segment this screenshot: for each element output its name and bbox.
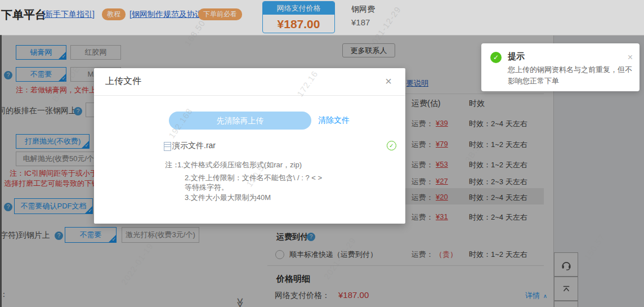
fee-value[interactable]: ¥20 xyxy=(436,193,448,201)
help-question-icon[interactable]: ? xyxy=(307,233,315,241)
help-question-icon[interactable]: ? xyxy=(4,203,12,211)
order-platform-page: 下单平台 [新手下单指引] 教程 [钢网制作规范及协议] 下单前必看 网络支付价… xyxy=(0,0,644,307)
stencil-type-solder-paste-button[interactable]: 锡膏网 ✓ xyxy=(16,45,66,60)
chevron-up-icon: ∧ xyxy=(543,293,547,299)
freight-notice-link[interactable]: 要说明 xyxy=(406,78,428,88)
detail-toggle-link[interactable]: 详情 ∧ xyxy=(525,291,547,301)
more-contacts-label: 更多联系人 xyxy=(351,46,387,55)
stencil-fee-value: ¥187 xyxy=(351,17,370,27)
column-header-time: 时效 xyxy=(469,99,485,109)
divider xyxy=(267,265,544,266)
watermark: 150.57 xyxy=(582,232,607,261)
laser-mark-row-label: 字符)到钢片上 xyxy=(0,230,50,241)
price-detail-title: 价格明细 xyxy=(276,274,310,284)
sf-express-label: 顺丰标准快递（运费到付） xyxy=(289,250,377,260)
fee-label: 运费： xyxy=(412,212,433,223)
headset-icon xyxy=(561,259,572,270)
laser-no-need-button[interactable]: 不需要 ✓ xyxy=(65,227,117,243)
upload-note-1: 1.文件格式必须压缩包形式(如rar，zip) xyxy=(177,160,302,170)
upload-note-2: 2.文件上传限制：文件名不能包含\ / : ? < > xyxy=(185,173,322,183)
time-value: 时效：2~4 天左右 xyxy=(469,212,527,223)
fee-value[interactable]: ¥79 xyxy=(436,140,448,148)
polish-electro-button[interactable]: 电解抛光(收费50元/个) xyxy=(16,152,104,166)
panel-on-one-stencil-label: 同的板排在一张钢网上 xyxy=(0,106,77,116)
toast-message-line2: 影响您正常下单 xyxy=(508,76,559,86)
mark-no-need-button[interactable]: 不需要 ✓ xyxy=(16,67,66,82)
fee-value[interactable]: ¥53 xyxy=(436,160,448,168)
clear-file-link[interactable]: 清除文件 xyxy=(318,115,350,126)
fee-value[interactable]: ¥31 xyxy=(436,212,448,221)
freight-collect-title: 运费到付 xyxy=(276,232,308,242)
tutorial-badge[interactable]: 教程 xyxy=(102,8,126,20)
back-to-top-icon xyxy=(561,284,571,294)
uploaded-file-name: 演示文件.rar xyxy=(172,141,216,151)
help-question-icon[interactable]: ? xyxy=(4,71,12,79)
stencil-fee-label: 钢网费 xyxy=(351,5,375,15)
upload-success-check-icon: ✓ xyxy=(387,141,396,150)
mark-no-need-label: 不需要 xyxy=(30,70,52,78)
divider xyxy=(94,95,405,96)
stencil-type-red-glue-button[interactable]: 红胶网 xyxy=(70,45,121,60)
time-value: 时效：2~4 天左右 xyxy=(469,119,527,129)
online-pay-price-box: 网络支付价格 ¥187.00 xyxy=(262,1,335,33)
toast-title: 提示 xyxy=(508,51,525,62)
polish-grind-label: 打磨抛光(不收费) xyxy=(25,137,81,145)
polish-grind-button[interactable]: 打磨抛光(不收费) ✓ xyxy=(16,134,90,149)
pdf-confirm-label: 不需要确认PDF文档 xyxy=(21,202,87,210)
laser-mark-paid-label: 激光打标(收费3元/个) xyxy=(126,230,195,239)
collapse-double-chevron-icon[interactable]: ≫ xyxy=(234,298,246,307)
close-icon[interactable]: × xyxy=(628,52,633,63)
fee-value[interactable]: ¥27 xyxy=(436,177,448,185)
selected-check-icon: ✓ xyxy=(81,140,90,149)
upload-file-modal: 上传文件 × 先清除再上传 清除文件 演示文件.rar ✓ 注： 1.文件格式必… xyxy=(94,68,405,224)
detail-toggle-label: 详情 xyxy=(525,291,540,300)
toast-message-line1: 您上传的钢网资料名与之前重复，但不 xyxy=(508,65,632,75)
time-value: 时效：1~2 天左右 xyxy=(469,140,527,150)
success-check-icon: ✓ xyxy=(490,52,502,63)
back-to-top-button[interactable] xyxy=(554,277,578,301)
fee-label: 运费： xyxy=(412,177,433,187)
ic-pitch-note-line2: 选择打磨工艺可能导致的下锡 xyxy=(4,179,99,189)
sf-express-radio[interactable] xyxy=(275,250,284,259)
laser-no-need-label: 不需要 xyxy=(80,230,102,239)
online-pay-price-label: 网络支付价格 xyxy=(263,2,334,15)
time-value: 时效：2~3 天左右 xyxy=(469,177,527,187)
document-icon xyxy=(164,142,171,151)
selected-check-icon: ✓ xyxy=(58,51,66,60)
laser-mark-paid-button[interactable]: 激光打标(收费3元/个) xyxy=(122,227,199,243)
fee-label: 运费： xyxy=(412,140,433,150)
selected-check-icon: ✓ xyxy=(58,73,66,82)
stencil-spec-link[interactable]: [钢网制作规范及协议] xyxy=(129,10,205,20)
ic-pitch-note-line1: 注：IC引脚间距等于或小于0. xyxy=(10,168,104,179)
stencil-type-red-glue-label: 红胶网 xyxy=(85,48,107,56)
time-value: 时效：2~4 天左右 xyxy=(469,193,527,203)
upload-note-2b: 等特殊字符。 xyxy=(185,183,229,193)
online-pay-price-value: ¥187.00 xyxy=(263,17,334,31)
clear-then-upload-label: 先清除再上传 xyxy=(217,116,264,125)
fee-label: 运费： xyxy=(412,160,433,170)
close-icon[interactable]: × xyxy=(385,75,392,88)
online-pay-value: ¥187.00 xyxy=(338,290,369,300)
online-pay-label: 网络支付价格： xyxy=(275,291,330,301)
fee-label: 运费： xyxy=(412,119,433,129)
sf-time-value: 时效：1~2 天左右 xyxy=(469,250,527,260)
float-extra-button[interactable] xyxy=(554,301,578,307)
beginner-guide-link[interactable]: [新手下单指引] xyxy=(43,10,95,20)
help-question-icon[interactable]: ? xyxy=(74,107,82,115)
clear-then-upload-button[interactable]: 先清除再上传 xyxy=(169,112,311,130)
sf-fee-label: 运费： xyxy=(412,250,433,260)
must-read-badge[interactable]: 下单前必看 xyxy=(198,8,242,20)
more-contacts-button[interactable]: 更多联系人 xyxy=(342,43,395,57)
upload-note-3: 3.文件大小最大限制为40M xyxy=(185,193,271,203)
page-title: 下单平台 xyxy=(1,7,46,23)
selected-check-icon: ✓ xyxy=(108,234,117,243)
window-edge xyxy=(0,35,2,307)
sf-fee-value: （贵） xyxy=(435,250,457,260)
time-value: 时效：1~2 天左右 xyxy=(469,160,527,170)
pdf-confirm-no-need-button[interactable]: 不需要确认PDF文档 ✓ xyxy=(14,198,93,214)
help-question-icon[interactable]: ? xyxy=(55,232,63,240)
column-header-fee: 运费(估) xyxy=(412,99,440,109)
fee-value[interactable]: ¥39 xyxy=(436,119,448,127)
customer-service-button[interactable] xyxy=(554,252,578,277)
polish-electro-label: 电解抛光(收费50元/个) xyxy=(23,154,97,163)
